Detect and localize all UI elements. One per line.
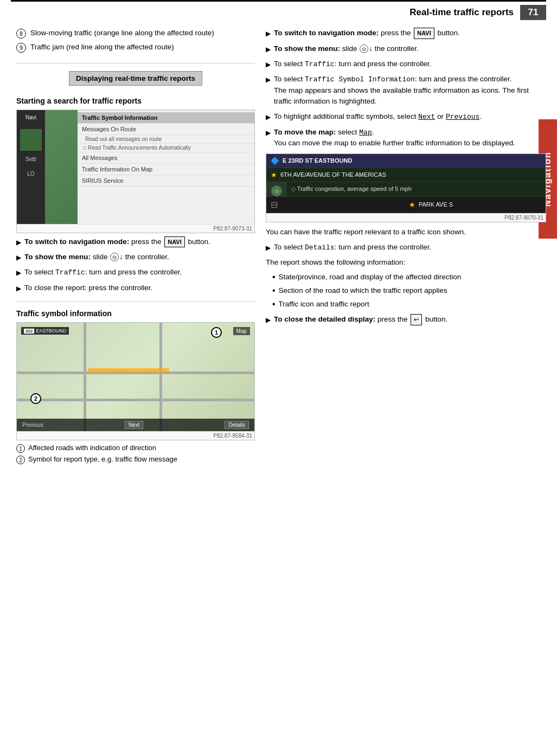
caption-2: 2 Symbol for report type, e.g. traffic f… <box>16 455 255 464</box>
btn-next[interactable]: Next <box>125 421 144 429</box>
btn-previous[interactable]: Previous <box>22 422 43 428</box>
info-map-content: 🔷 E 23RD ST EASTBOUND ★ 6TH AVE/AVENUE O… <box>266 154 546 213</box>
sidebar-navi: Navi <box>25 114 36 120</box>
sidebar-setti: Setti <box>25 156 36 162</box>
map-btn-bar: Previous Next Details <box>17 419 254 431</box>
right-column: ▶ To switch to navigation mode: press th… <box>266 28 546 466</box>
arrow-text-3: To select Traffic: turn and press the co… <box>24 267 255 278</box>
navi-map-area <box>45 110 79 224</box>
sidebar-lo: LO <box>27 171 34 177</box>
navi-button-r1: NAVI <box>414 28 434 39</box>
arrow-item-close-report: ▶ To close the report: press the control… <box>16 283 255 293</box>
menu-item-read-out[interactable]: Read out all messages on route <box>78 135 254 144</box>
page-header: Real-time traffic reports 71 <box>11 0 546 22</box>
right-arrows-top: ▶ To switch to navigation mode: press th… <box>266 28 546 149</box>
badge-direction: EASTBOUND <box>36 328 66 334</box>
navi-button-1: NAVI <box>164 236 184 248</box>
bullet-9-text: Traffic jam (red line along the affected… <box>30 42 174 53</box>
arrow-text-2: To show the menu: slide ⊙↓ the controlle… <box>24 252 255 262</box>
report-bullet-3: • Traffic icon and traffic report <box>272 299 546 310</box>
map-label: Map <box>233 327 250 335</box>
r-arrow-icon-7: ▶ <box>266 243 271 253</box>
info-map-left: ◇ <box>266 182 287 196</box>
bullet-9-icon: 9 <box>16 43 26 53</box>
badge-number: 202 <box>24 329 34 334</box>
info-map-icon: ◇ <box>271 185 282 196</box>
menu-item-traffic-symbol[interactable]: Traffic Symbol Information <box>78 112 254 124</box>
navi-menu-bg: Navi Setti LO Traffic Symbol Information… <box>17 110 254 224</box>
report-info-heading: The report shows the following informati… <box>266 257 546 268</box>
btn-details[interactable]: Details <box>225 421 249 429</box>
r-arrow-text-3: To select Traffic: turn and press the co… <box>274 59 546 70</box>
report-bullets: • State/province, road and display of th… <box>272 272 546 310</box>
r-arrow-text-1: To switch to navigation mode: press the … <box>274 28 546 39</box>
info-row-1: 🔷 E 23RD ST EASTBOUND <box>266 154 546 168</box>
arrow-text-4: To close the report: press the controlle… <box>24 283 255 293</box>
caption-2-number: 2 <box>16 456 25 464</box>
screenshot-ref-2: P82.87-9584-31 <box>17 431 254 440</box>
menu-item-read-traffic[interactable]: □Read Traffic Announcements Automaticall… <box>78 144 254 152</box>
circle-label-2: 2 <box>30 393 41 404</box>
r-arrow-show-menu: ▶ To show the menu: slide ⊙↓ the control… <box>266 43 546 54</box>
section-header-box: Displaying real-time traffic reports <box>69 71 202 86</box>
arrow-item-select-traffic: ▶ To select Traffic: turn and press the … <box>16 267 255 278</box>
menu-item-all-messages[interactable]: All Messages <box>78 152 254 164</box>
r-arrow-close-detail: ▶ To close the detailed display: press t… <box>266 314 546 325</box>
info-text-1: E 23RD ST EASTBOUND <box>283 157 541 164</box>
circle-label-1: 1 <box>211 327 222 338</box>
after-screenshot-text: You can have the traffic report relevant… <box>266 227 546 238</box>
arrow-icon-2: ▶ <box>16 253 21 262</box>
bullet-item-8: 8 Slow-moving traffic (orange line along… <box>16 28 255 39</box>
r-arrow-select-details: ▶ To select Details: turn and press the … <box>266 242 546 253</box>
page-number: 71 <box>520 5 546 20</box>
r-arrow-icon-5: ▶ <box>266 112 271 122</box>
subsection1-arrows: ▶ To switch to navigation mode: press th… <box>16 236 255 294</box>
info-row-2: ★ 6TH AVE/AVENUE OF THE AMERICAS <box>266 168 546 182</box>
dot-2: • <box>272 285 276 296</box>
subsection2-heading: Traffic symbol information <box>16 309 255 318</box>
controller-icon-r2: ⊙ <box>360 44 368 53</box>
navi-sidebar: Navi Setti LO <box>17 110 45 224</box>
r-arrow-icon-6: ▶ <box>266 128 271 138</box>
caption-1-text: Affected roads with indication of direct… <box>28 444 156 452</box>
traffic-map: 202 EASTBOUND 1 2 Map Previous Next <box>17 323 254 431</box>
bullet-8-icon: 8 <box>16 29 26 39</box>
captions-list: 1 Affected roads with indication of dire… <box>16 444 255 464</box>
menu-screenshot: Navi Setti LO Traffic Symbol Information… <box>16 110 255 233</box>
r-arrow-icon-2: ▶ <box>266 44 271 54</box>
r-arrow-select-traffic-symbol: ▶ To select Traffic Symbol Information: … <box>266 74 546 107</box>
main-content: 8 Slow-moving traffic (orange line along… <box>0 22 557 472</box>
back-button: ↩ <box>411 314 422 325</box>
arrow-icon-3: ▶ <box>16 268 21 278</box>
r-arrow-highlight: ▶ To highlight additional traffic symbol… <box>266 111 546 123</box>
report-bullet-2: • Section of the road to which the traff… <box>272 285 546 296</box>
info-map-row: ◇ ◇ Traffic congestion, average speed of… <box>266 182 546 196</box>
info-congestion-text: ◇ Traffic congestion, average speed of 5… <box>287 182 546 196</box>
top-bullets: 8 Slow-moving traffic (orange line along… <box>16 28 255 53</box>
arrow-text-1: To switch to navigation mode: press the … <box>24 236 255 248</box>
caption-2-text: Symbol for report type, e.g. traffic flo… <box>28 455 177 463</box>
screenshot-ref-3: P82.87-9070-31 <box>266 213 546 222</box>
dot-3: • <box>272 299 276 309</box>
menu-item-messages-route[interactable]: Messages On Route <box>78 124 254 135</box>
r-arrow-switch-nav: ▶ To switch to navigation mode: press th… <box>266 28 546 39</box>
info-row-bottom: ⊟ ★ PARK AVE S <box>266 196 546 213</box>
r-arrow-icon-1: ▶ <box>266 29 271 39</box>
r-arrow-text-5: To highlight additional traffic symbols,… <box>274 111 546 123</box>
traffic-badge: 202 EASTBOUND <box>21 327 69 335</box>
r-arrow-move-map: ▶ To move the map: select Map. You can m… <box>266 127 546 149</box>
divider-1 <box>16 63 255 63</box>
r-arrow-text-8: To close the detailed display: press the… <box>274 314 546 325</box>
info-screenshot: 🔷 E 23RD ST EASTBOUND ★ 6TH AVE/AVENUE O… <box>266 153 546 222</box>
r-arrow-text-2: To show the menu: slide ⊙↓ the controlle… <box>274 43 546 54</box>
info-icon-1: 🔷 <box>271 157 279 165</box>
report-bullet-text-2: Section of the road to which the traffic… <box>279 285 447 296</box>
info-icon-bottom: ★ <box>409 201 415 209</box>
menu-item-sirius[interactable]: SIRIUS Service <box>78 175 254 187</box>
traffic-screenshot: 202 EASTBOUND 1 2 Map Previous Next <box>16 322 255 440</box>
menu-item-traffic-info[interactable]: Traffic Information On Map <box>78 164 254 175</box>
screenshot-ref-1: P82.87-9073-31 <box>17 224 254 233</box>
arrow-item-show-menu: ▶ To show the menu: slide ⊙↓ the control… <box>16 252 255 262</box>
controller-icon-1: ⊙ <box>110 253 119 261</box>
caption-1: 1 Affected roads with indication of dire… <box>16 444 255 453</box>
